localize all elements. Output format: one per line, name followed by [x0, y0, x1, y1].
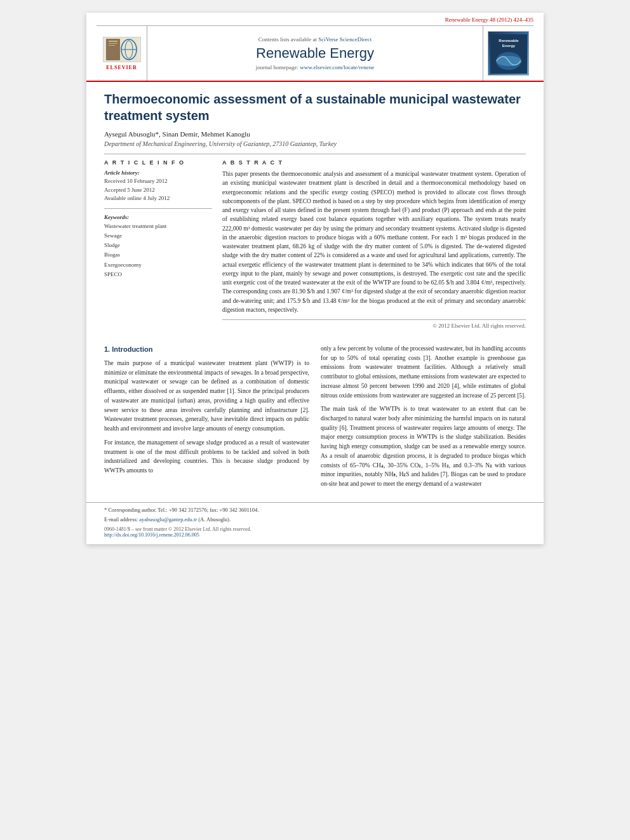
article-info-abstract: A R T I C L E I N F O Article history: R…: [104, 159, 526, 329]
keywords-group: Keywords: Wastewater treatment plant Sew…: [104, 214, 212, 280]
keywords-list: Wastewater treatment plant Sewage Sludge…: [104, 222, 212, 280]
homepage-label: journal homepage:: [256, 64, 300, 70]
homepage-url[interactable]: www.elsevier.com/locate/renene: [300, 64, 374, 70]
intro-para-4: The main task of the WWTPs is to treat w…: [321, 404, 526, 488]
issn-line: 0960-1481/$ – see front matter © 2012 El…: [104, 526, 526, 532]
introduction-heading: 1. Introduction: [104, 344, 309, 355]
affiliation: Department of Mechanical Engineering, Un…: [104, 140, 526, 147]
article-info-panel: A R T I C L E I N F O Article history: R…: [104, 159, 212, 329]
reference-text: Renewable Energy 48 (2012) 424–435: [445, 17, 533, 23]
available-date: Available online 4 July 2012: [104, 194, 212, 203]
re-logo-text: Renewable Energy: [490, 34, 527, 75]
re-logo-box: Renewable Energy: [483, 26, 533, 81]
keyword-6: SPECO: [104, 270, 212, 279]
received-date: Received 10 February 2012: [104, 177, 212, 186]
svg-text:Renewable: Renewable: [499, 39, 519, 43]
authors-text: Aysegul Abusoglu*, Sinan Demir, Mehmet K…: [104, 130, 250, 138]
svg-rect-4: [109, 45, 115, 46]
svg-text:Energy: Energy: [502, 44, 515, 48]
svg-rect-3: [109, 43, 117, 44]
intro-para-1: The main purpose of a municipal wastewat…: [104, 359, 309, 434]
sciverse-line: Contents lists available at SciVerse Sci…: [258, 36, 372, 43]
footnote-email: E-mail address: ayabusoglu@gantep.edu.tr…: [104, 516, 526, 524]
page: Renewable Energy 48 (2012) 424–435: [86, 13, 544, 544]
header-inner: ELSEVIER Contents lists available at Sci…: [97, 25, 533, 81]
doi-line: http://dx.doi.org/10.1016/j.renene.2012.…: [104, 532, 526, 538]
article-info-label: A R T I C L E I N F O: [104, 159, 212, 166]
keyword-5: Exergoeconomy: [104, 260, 212, 270]
email-suffix: (A. Abusoglu).: [198, 516, 231, 523]
elsevier-wordmark: ELSEVIER: [106, 65, 137, 70]
body-two-col: 1. Introduction The main purpose of a mu…: [104, 344, 526, 493]
journal-homepage: journal homepage: www.elsevier.com/locat…: [256, 64, 374, 70]
keyword-1: Wastewater treatment plant: [104, 222, 212, 231]
journal-reference: Renewable Energy 48 (2012) 424–435: [97, 17, 533, 23]
journal-title-center: Contents lists available at SciVerse Sci…: [147, 26, 483, 81]
sciverse-prefix: Contents lists available at: [258, 36, 318, 43]
intro-para-2: For instance, the management of sewage s…: [104, 438, 309, 476]
article-content: Thermoeconomic assessment of a sustainab…: [86, 82, 544, 338]
email-label: E-mail address:: [104, 516, 139, 523]
keyword-4: Biogas: [104, 250, 212, 260]
keyword-2: Sewage: [104, 231, 212, 241]
keyword-3: Sludge: [104, 241, 212, 250]
history-label: Article history:: [104, 170, 212, 176]
elsevier-logo: ELSEVIER: [97, 26, 147, 81]
article-history: Article history: Received 10 February 20…: [104, 170, 212, 203]
intro-para-3: only a few percent by volume of the proc…: [321, 344, 526, 400]
divider-info: [104, 208, 212, 209]
email-address: ayabusoglu@gantep.edu.tr: [139, 516, 197, 523]
article-title: Thermoeconomic assessment of a sustainab…: [104, 91, 526, 124]
svg-rect-2: [109, 41, 117, 42]
body-right-col: only a few percent by volume of the proc…: [321, 344, 526, 493]
authors: Aysegul Abusoglu*, Sinan Demir, Mehmet K…: [104, 130, 526, 138]
footnote-corresponding: * Corresponding author. Tel.: +90 342 31…: [104, 507, 526, 514]
svg-rect-1: [106, 39, 120, 60]
elsevier-image-box: [103, 37, 141, 62]
body-left-col: 1. Introduction The main purpose of a mu…: [104, 344, 309, 493]
sciverse-link[interactable]: SciVerse ScienceDirect: [318, 36, 372, 43]
body-content: 1. Introduction The main purpose of a mu…: [86, 338, 544, 502]
journal-name: Renewable Energy: [256, 45, 374, 62]
journal-header: Renewable Energy 48 (2012) 424–435: [86, 13, 544, 82]
abstract-text: This paper presents the thermoeconomic a…: [222, 170, 526, 314]
keywords-label: Keywords:: [104, 214, 212, 220]
accepted-date: Accepted 5 June 2012: [104, 186, 212, 195]
re-logo-inner: Renewable Energy: [488, 31, 529, 76]
abstract-label: A B S T R A C T: [222, 159, 526, 166]
footnote-area: * Corresponding author. Tel.: +90 342 31…: [86, 502, 544, 544]
copyright-line: © 2012 Elsevier Ltd. All rights reserved…: [222, 319, 526, 329]
abstract-panel: A B S T R A C T This paper presents the …: [222, 159, 526, 329]
divider-1: [104, 154, 526, 154]
